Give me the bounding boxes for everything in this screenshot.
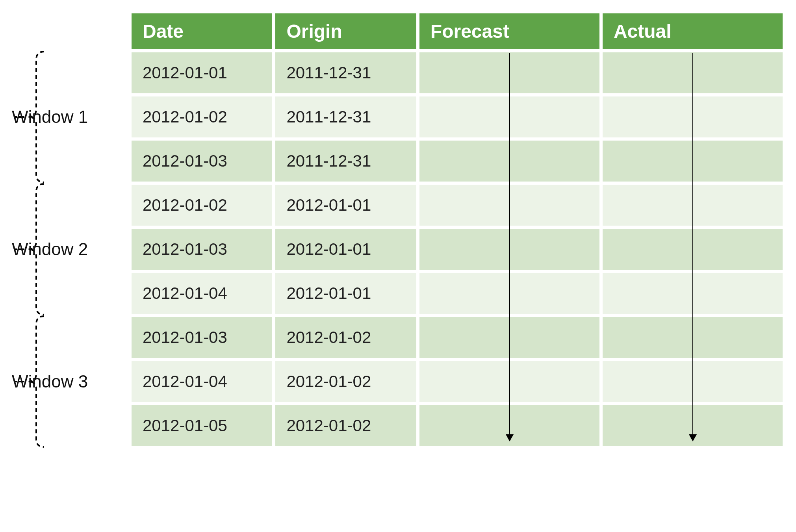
table-row: 2012-01-032012-01-01 [130,227,784,271]
table-row: 2012-01-032012-01-02 [130,315,784,360]
cell-date: 2012-01-02 [130,95,274,139]
col-header-forecast: Forecast [418,12,601,51]
table-row: 2012-01-022011-12-31 [130,95,784,139]
cell-date: 2012-01-05 [130,404,274,448]
table-row: 2012-01-012011-12-31 [130,51,784,95]
header-row: Date Origin Forecast Actual [130,12,784,51]
col-header-origin: Origin [274,12,417,51]
forecast-arrow-icon [509,53,510,441]
table-row: 2012-01-022012-01-01 [130,183,784,227]
table-column: Date Origin Forecast Actual 2012-01-0120… [130,12,784,448]
cell-date: 2012-01-04 [130,360,274,404]
cell-origin: 2012-01-01 [274,227,417,271]
window-group: Window 2 [12,183,130,315]
cell-date: 2012-01-01 [130,51,274,95]
table-row: 2012-01-052012-01-02 [130,404,784,448]
table-row: 2012-01-042012-01-01 [130,271,784,315]
cell-origin: 2012-01-02 [274,360,417,404]
cell-origin: 2012-01-01 [274,183,417,227]
table-row: 2012-01-042012-01-02 [130,360,784,404]
col-header-date: Date [130,12,274,51]
cell-date: 2012-01-02 [130,183,274,227]
cell-date: 2012-01-03 [130,315,274,360]
window-label: Window 1 [12,107,88,127]
data-table: Date Origin Forecast Actual 2012-01-0120… [130,12,784,448]
cell-origin: 2011-12-31 [274,51,417,95]
actual-arrow-icon [692,53,693,441]
cell-date: 2012-01-03 [130,139,274,183]
cell-origin: 2011-12-31 [274,139,417,183]
cell-origin: 2012-01-02 [274,315,417,360]
window-group: Window 1 [12,51,130,183]
table-row: 2012-01-032011-12-31 [130,139,784,183]
cell-date: 2012-01-04 [130,271,274,315]
window-label: Window 2 [12,239,88,259]
col-header-actual: Actual [601,12,784,51]
cell-origin: 2012-01-01 [274,271,417,315]
cell-origin: 2012-01-02 [274,404,417,448]
window-group: Window 3 [12,315,130,448]
window-table-diagram: Window 1Window 2Window 3 Date Origin For… [12,12,784,448]
cell-date: 2012-01-03 [130,227,274,271]
window-label: Window 3 [12,372,88,391]
cell-origin: 2011-12-31 [274,95,417,139]
